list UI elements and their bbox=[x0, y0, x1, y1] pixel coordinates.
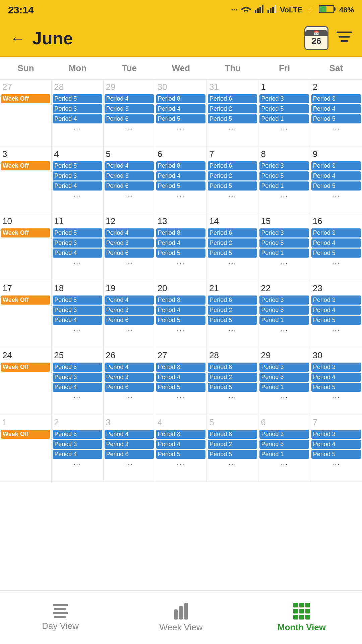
day-cell-w3d4[interactable]: 21Period 6Period 2Period 5··· bbox=[207, 281, 258, 348]
battery-icon bbox=[319, 5, 336, 15]
volte-label: VoLTE bbox=[280, 6, 302, 14]
period-badge-w2d3p0: Period 8 bbox=[156, 228, 205, 237]
day-header-mon: Mon bbox=[52, 60, 103, 76]
period-badge-w3d4p2: Period 5 bbox=[208, 316, 257, 325]
week-row-1: 3Week Off4Period 5Period 3Period 4···5Pe… bbox=[0, 147, 362, 214]
day-cell-w3d0[interactable]: 17Week Off bbox=[0, 281, 52, 348]
calendar-icon-top: 📅 bbox=[305, 30, 327, 36]
day-cell-w4d5[interactable]: 29Period 3Period 5Period 1··· bbox=[258, 348, 310, 415]
period-badge-w1d6p2: Period 5 bbox=[311, 181, 361, 191]
period-badge-w1d2p0: Period 4 bbox=[105, 161, 154, 170]
day-cell-w5d4[interactable]: 5Period 6Period 2Period 5··· bbox=[207, 415, 258, 482]
more-dots-w5d6: ··· bbox=[311, 460, 361, 469]
day-cell-w0d0[interactable]: 27Week Off bbox=[0, 80, 52, 147]
more-dots-w1d4: ··· bbox=[208, 192, 257, 200]
period-badge-w5d3p0: Period 8 bbox=[156, 430, 205, 439]
period-badge-w2d5p2: Period 1 bbox=[259, 249, 309, 258]
day-num-w3d3: 20 bbox=[156, 282, 205, 294]
period-badge-w2d3p2: Period 5 bbox=[156, 249, 205, 258]
today-button[interactable]: 📅 26 bbox=[304, 26, 328, 50]
day-cell-w2d1[interactable]: 11Period 5Period 3Period 4··· bbox=[52, 214, 103, 281]
day-num-w1d0: 3 bbox=[1, 148, 50, 160]
filter-button[interactable] bbox=[337, 30, 352, 46]
day-num-w4d5: 29 bbox=[259, 350, 309, 361]
period-badge-w5d5p2: Period 1 bbox=[259, 450, 309, 459]
period-badge-w4d6p1: Period 4 bbox=[311, 373, 361, 382]
period-badge-w1d1p1: Period 3 bbox=[53, 171, 102, 180]
week-off-badge-w2d0: Week Off bbox=[1, 228, 50, 237]
period-badge-w1d5p0: Period 3 bbox=[259, 161, 309, 170]
day-cell-w1d2[interactable]: 5Period 4Period 3Period 6··· bbox=[104, 147, 155, 214]
more-dots-w1d1: ··· bbox=[53, 192, 102, 200]
nav-month-view[interactable]: Month View bbox=[241, 591, 362, 644]
week-row-5: 1Week Off2Period 5Period 3Period 4···3Pe… bbox=[0, 415, 362, 482]
period-badge-w5d4p2: Period 5 bbox=[208, 450, 257, 459]
period-badge-w5d3p1: Period 4 bbox=[156, 440, 205, 449]
period-badge-w2d2p1: Period 3 bbox=[105, 238, 154, 248]
day-cell-w4d1[interactable]: 25Period 5Period 3Period 4··· bbox=[52, 348, 103, 415]
day-cell-w3d2[interactable]: 19Period 4Period 3Period 6··· bbox=[104, 281, 155, 348]
day-cell-w4d3[interactable]: 27Period 8Period 4Period 5··· bbox=[155, 348, 207, 415]
day-cell-w2d6[interactable]: 16Period 3Period 4Period 5··· bbox=[310, 214, 362, 281]
day-cell-w4d6[interactable]: 30Period 3Period 4Period 5··· bbox=[310, 348, 362, 415]
svg-rect-1 bbox=[257, 8, 259, 13]
day-num-w0d5: 1 bbox=[259, 81, 309, 93]
day-cell-w5d1[interactable]: 2Period 5Period 3Period 4··· bbox=[52, 415, 103, 482]
day-num-w5d4: 5 bbox=[208, 417, 257, 428]
period-badge-w0d5p2: Period 1 bbox=[259, 114, 309, 123]
period-badge-w0d4p0: Period 6 bbox=[208, 94, 257, 103]
period-badge-w2d2p0: Period 4 bbox=[105, 228, 154, 237]
month-title: June bbox=[32, 28, 73, 48]
svg-rect-3 bbox=[262, 5, 263, 13]
period-badge-w0d3p0: Period 8 bbox=[156, 94, 205, 103]
day-num-w3d1: 18 bbox=[53, 282, 102, 294]
day-cell-w4d4[interactable]: 28Period 6Period 2Period 5··· bbox=[207, 348, 258, 415]
day-cell-w3d1[interactable]: 18Period 5Period 3Period 4··· bbox=[52, 281, 103, 348]
period-badge-w4d2p0: Period 4 bbox=[105, 363, 154, 372]
day-cell-w0d6[interactable]: 2Period 3Period 4Period 5··· bbox=[310, 80, 362, 147]
nav-week-view[interactable]: Week View bbox=[121, 591, 241, 644]
day-num-w0d4: 31 bbox=[208, 81, 257, 93]
period-badge-w0d2p2: Period 6 bbox=[105, 114, 154, 123]
day-cell-w1d4[interactable]: 7Period 6Period 2Period 5··· bbox=[207, 147, 258, 214]
day-cell-w0d1[interactable]: 28Period 5Period 3Period 4··· bbox=[52, 80, 103, 147]
day-num-w4d1: 25 bbox=[53, 350, 102, 361]
back-button[interactable]: ← bbox=[10, 29, 25, 47]
day-num-w1d5: 8 bbox=[259, 148, 309, 160]
day-cell-w0d4[interactable]: 31Period 6Period 2Period 5··· bbox=[207, 80, 258, 147]
day-cell-w1d0[interactable]: 3Week Off bbox=[0, 147, 52, 214]
day-cell-w5d6[interactable]: 7Period 3Period 4Period 5··· bbox=[310, 415, 362, 482]
day-cell-w5d2[interactable]: 3Period 4Period 3Period 6··· bbox=[104, 415, 155, 482]
day-cell-w3d5[interactable]: 22Period 3Period 5Period 1··· bbox=[258, 281, 310, 348]
period-badge-w4d6p0: Period 3 bbox=[311, 363, 361, 372]
day-cell-w0d2[interactable]: 29Period 4Period 3Period 6··· bbox=[104, 80, 155, 147]
day-num-w4d6: 30 bbox=[311, 350, 361, 361]
bottom-nav: Day View Week View Month View bbox=[0, 590, 362, 644]
day-cell-w2d0[interactable]: 10Week Off bbox=[0, 214, 52, 281]
day-cell-w5d0[interactable]: 1Week Off bbox=[0, 415, 52, 482]
day-cell-w1d5[interactable]: 8Period 3Period 5Period 1··· bbox=[258, 147, 310, 214]
period-badge-w4d3p1: Period 4 bbox=[156, 373, 205, 382]
svg-rect-12 bbox=[339, 36, 350, 38]
day-cell-w0d5[interactable]: 1Period 3Period 5Period 1··· bbox=[258, 80, 310, 147]
day-cell-w2d4[interactable]: 14Period 6Period 2Period 5··· bbox=[207, 214, 258, 281]
day-cell-w1d1[interactable]: 4Period 5Period 3Period 4··· bbox=[52, 147, 103, 214]
day-cell-w4d2[interactable]: 26Period 4Period 3Period 6··· bbox=[104, 348, 155, 415]
svg-rect-10 bbox=[320, 6, 326, 12]
day-num-w1d2: 5 bbox=[105, 148, 154, 160]
day-cell-w5d3[interactable]: 4Period 8Period 4Period 5··· bbox=[155, 415, 207, 482]
nav-day-view[interactable]: Day View bbox=[0, 591, 121, 644]
period-badge-w1d4p0: Period 6 bbox=[208, 161, 257, 170]
day-cell-w3d6[interactable]: 23Period 3Period 4Period 5··· bbox=[310, 281, 362, 348]
day-cell-w4d0[interactable]: 24Week Off bbox=[0, 348, 52, 415]
day-cell-w2d2[interactable]: 12Period 4Period 3Period 6··· bbox=[104, 214, 155, 281]
day-cell-w1d6[interactable]: 9Period 3Period 4Period 5··· bbox=[310, 147, 362, 214]
day-cell-w3d3[interactable]: 20Period 8Period 4Period 5··· bbox=[155, 281, 207, 348]
day-cell-w5d5[interactable]: 6Period 3Period 5Period 1··· bbox=[258, 415, 310, 482]
day-cell-w2d5[interactable]: 15Period 3Period 5Period 1··· bbox=[258, 214, 310, 281]
day-cell-w1d3[interactable]: 6Period 8Period 4Period 5··· bbox=[155, 147, 207, 214]
day-cell-w0d3[interactable]: 30Period 8Period 4Period 5··· bbox=[155, 80, 207, 147]
day-num-w0d1: 28 bbox=[53, 81, 102, 93]
day-num-w3d2: 19 bbox=[105, 282, 154, 294]
day-cell-w2d3[interactable]: 13Period 8Period 4Period 5··· bbox=[155, 214, 207, 281]
